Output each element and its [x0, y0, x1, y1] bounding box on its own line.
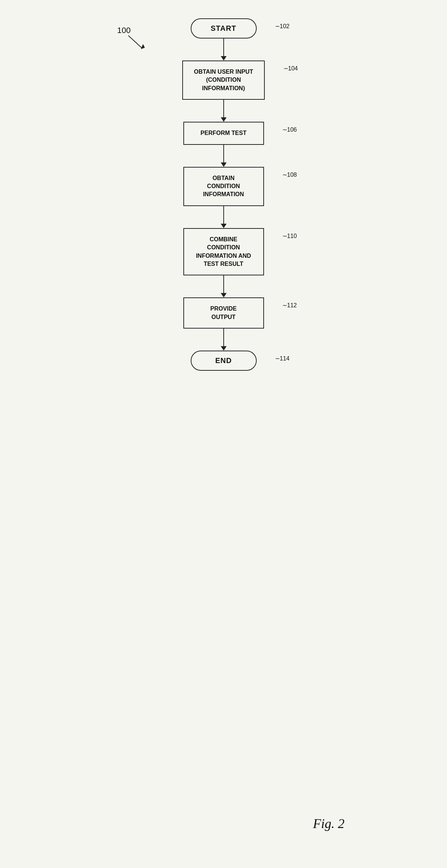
- obtain-condition-label: OBTAIN CONDITION INFORMATION: [183, 167, 264, 206]
- ref-112: ∼112: [282, 302, 297, 309]
- arrow-4: [223, 206, 224, 228]
- arrow-3: [223, 145, 224, 167]
- perform-test-node: PERFORM TEST ∼106: [183, 122, 264, 144]
- obtain-user-input-label: OBTAIN USER INPUT (CONDITION INFORMATION…: [182, 61, 265, 100]
- arrow-6: [223, 329, 224, 351]
- end-label: END: [191, 351, 257, 371]
- ref-114: ∼114: [275, 355, 290, 362]
- provide-output-label: PROVIDE OUTPUT: [183, 297, 264, 329]
- provide-output-node: PROVIDE OUTPUT ∼112: [183, 297, 264, 329]
- arrow-2: [223, 100, 224, 122]
- figure-label: Fig. 2: [313, 816, 345, 831]
- ref-110: ∼110: [282, 232, 297, 239]
- perform-test-label: PERFORM TEST: [183, 122, 264, 144]
- obtain-condition-node: OBTAIN CONDITION INFORMATION ∼108: [183, 167, 264, 206]
- combine-node: COMBINE CONDITION INFORMATION AND TEST R…: [183, 228, 264, 276]
- start-node: START ∼102: [191, 18, 257, 39]
- end-node: END ∼114: [191, 351, 257, 371]
- ref-106: ∼106: [282, 126, 297, 133]
- ref-102: ∼102: [275, 23, 290, 30]
- arrow-5: [223, 275, 224, 297]
- start-label: START: [191, 18, 257, 39]
- combine-label: COMBINE CONDITION INFORMATION AND TEST R…: [183, 228, 264, 276]
- obtain-user-input-node: OBTAIN USER INPUT (CONDITION INFORMATION…: [182, 61, 265, 100]
- ref-104: ∼104: [283, 65, 298, 72]
- arrow-1: [223, 39, 224, 61]
- ref-108: ∼108: [282, 171, 297, 178]
